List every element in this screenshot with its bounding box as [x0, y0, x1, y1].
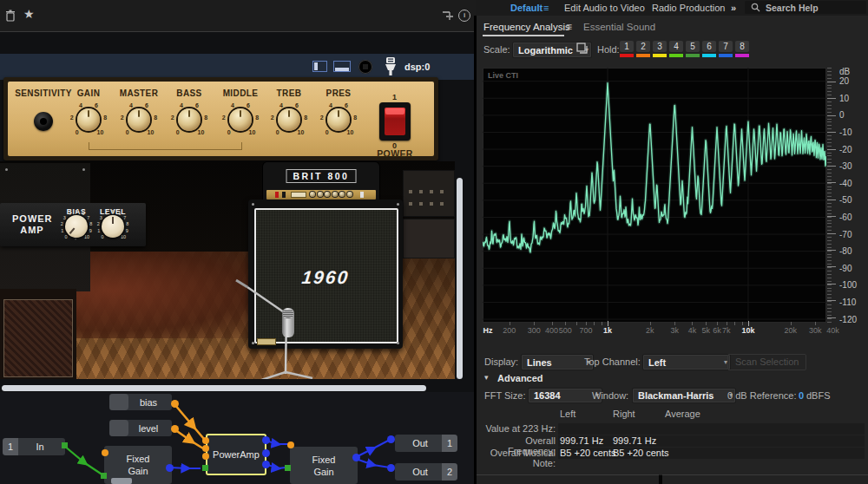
port-poweramp-audio-in[interactable] [202, 465, 208, 471]
tab-frequency-analysis[interactable]: Frequency Analysis [483, 22, 570, 32]
record-stop-icon[interactable] [358, 60, 372, 74]
freq-tick-label-700: 700 [579, 326, 592, 335]
hold-button-7[interactable]: 7 [719, 41, 733, 52]
node-bias[interactable]: bias [109, 394, 172, 410]
hold-button-2[interactable]: 2 [636, 41, 650, 52]
knob-dial[interactable] [128, 108, 150, 131]
node-out-1[interactable]: Out 1 [395, 435, 457, 452]
port-poweramp-param-3[interactable] [202, 453, 209, 460]
node-out-1-tab: 1 [442, 435, 457, 452]
trash-icon[interactable] [5, 10, 16, 22]
workspace-edit-audio-to-video[interactable]: Edit Audio to Video [564, 3, 645, 13]
hold-button-3[interactable]: 3 [653, 41, 667, 52]
knob-label-bass: BASS [161, 88, 217, 98]
knob-middle[interactable]: 0246810 [223, 102, 258, 137]
port-fg2-param[interactable] [287, 441, 294, 448]
channels-icon[interactable] [576, 43, 589, 55]
port-out-2-in[interactable] [387, 464, 395, 472]
port-level-out[interactable] [171, 425, 179, 433]
port-poweramp-out-2[interactable] [262, 449, 270, 457]
advanced-label[interactable]: Advanced [497, 373, 543, 383]
tab-essential-sound[interactable]: Essential Sound [583, 22, 655, 32]
input-jack[interactable] [34, 112, 53, 131]
hold-button-8[interactable]: 8 [735, 41, 749, 52]
workspace-overflow-icon[interactable]: » [731, 3, 736, 13]
table-row-label: Overall Musical Note: [476, 448, 556, 468]
display-dropdown[interactable]: Lines ▾ [521, 354, 594, 370]
star-icon[interactable]: ★ [23, 7, 35, 21]
pa-knob-scale-number: 8 [89, 221, 92, 226]
view-left-icon[interactable] [312, 61, 327, 72]
node-in[interactable]: 1 In [3, 438, 65, 455]
freq-tick [706, 322, 707, 325]
knob-treb[interactable]: 0246810 [272, 102, 306, 137]
knob-dial[interactable] [178, 108, 201, 131]
plug-icon[interactable] [382, 56, 399, 78]
port-poweramp-out-3[interactable] [262, 461, 270, 468]
pa-knob-bias[interactable] [65, 215, 88, 238]
port-in-audio-out[interactable] [62, 442, 68, 448]
hold-button-5[interactable]: 5 [686, 41, 700, 52]
vertical-scrollbar[interactable] [457, 178, 463, 379]
view-bottom-icon[interactable] [333, 61, 351, 72]
port-poweramp-param-1[interactable] [202, 437, 209, 444]
workspace-radio-production[interactable]: Radio Production [652, 3, 725, 13]
hold-button-6[interactable]: 6 [702, 41, 716, 52]
port-poweramp-param-2[interactable] [202, 445, 209, 452]
port-fg2-audio-out[interactable] [352, 454, 360, 461]
node-out-2-tab: 2 [442, 463, 457, 481]
knob-dial[interactable] [278, 108, 300, 131]
spectrum-chart[interactable] [483, 68, 826, 323]
graph-scroll-thumb[interactable] [111, 478, 132, 484]
pa-knob-level[interactable] [102, 215, 124, 238]
node-out-2[interactable]: Out 2 [395, 463, 457, 481]
knob-pres[interactable]: 0246810 [321, 102, 356, 137]
node-level-handle[interactable] [109, 420, 128, 436]
node-bias-handle[interactable] [109, 394, 128, 410]
port-out-1-in[interactable] [387, 435, 395, 443]
info-icon[interactable]: i [458, 10, 470, 22]
port-fg1-param[interactable] [102, 449, 108, 456]
reference-value[interactable]: 0 [799, 390, 804, 401]
port-poweramp-out-1[interactable] [262, 436, 270, 444]
port-fg1-audio-in[interactable] [101, 473, 107, 479]
knob-dial[interactable] [229, 108, 252, 131]
port-fg2-audio-in[interactable] [285, 465, 291, 471]
freq-tick [717, 322, 718, 325]
window-dropdown[interactable]: Blackman-Harris ▾ [632, 388, 736, 403]
tab-menu-icon[interactable]: ≡ [566, 21, 572, 33]
db-tick-label: -80 [839, 246, 852, 256]
db-axis-unit: dB [839, 67, 850, 76]
workspace-default[interactable]: Default [510, 3, 542, 13]
knob-scale-number: 4 [180, 101, 183, 108]
advanced-disclosure-icon[interactable]: ▾ [484, 373, 489, 382]
hold-color-2 [636, 54, 650, 57]
panel-options-icon[interactable] [442, 11, 454, 21]
workspace-menu-icon[interactable]: ≡ [543, 3, 549, 13]
window-value: Blackman-Harris [638, 390, 713, 401]
node-level[interactable]: level [109, 420, 172, 436]
knob-dial[interactable] [327, 108, 350, 131]
edge-in-to-fixed_gain_1 [64, 446, 103, 475]
knob-bass[interactable]: 0246810 [172, 102, 207, 137]
hold-button-1[interactable]: 1 [620, 41, 634, 52]
power-switch[interactable] [379, 102, 411, 141]
knob-scale-number: 2 [121, 114, 124, 121]
knob-scale-number: 10 [297, 129, 304, 135]
knob-master[interactable]: 0246810 [122, 102, 156, 137]
port-bias-out[interactable] [171, 400, 179, 408]
knob-gain[interactable]: 0246810 [71, 102, 106, 137]
node-poweramp[interactable]: PowerAmp [206, 434, 266, 475]
spectrum-line [483, 83, 826, 252]
freq-tick [594, 322, 595, 325]
node-fixed-gain-2[interactable]: Fixed Gain [290, 447, 358, 484]
top-channel-dropdown[interactable]: Left ▾ [642, 354, 731, 370]
hold-button-4[interactable]: 4 [669, 41, 683, 52]
pa-knob-scale-number: 9 [89, 228, 92, 233]
jack-hole [40, 118, 47, 125]
search-box[interactable]: Search Help [745, 1, 866, 14]
scan-selection-button[interactable]: Scan Selection [727, 354, 806, 370]
knob-dial[interactable] [77, 108, 100, 131]
knob-scale-number: 4 [79, 101, 82, 108]
port-fg1-audio-out[interactable] [166, 464, 174, 472]
